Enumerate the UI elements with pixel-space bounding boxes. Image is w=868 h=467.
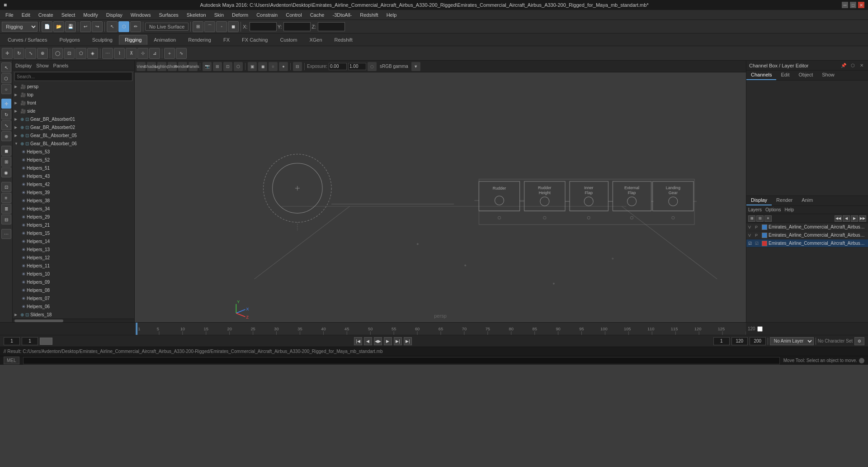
select-tool-button[interactable]: ↖: [107, 21, 118, 32]
channel-tab-edit[interactable]: Edit: [776, 71, 794, 80]
joint-button[interactable]: ◈: [87, 48, 98, 59]
menu-select[interactable]: Select: [58, 11, 79, 19]
outliner-item-h34[interactable]: ✳ Helpers_34: [13, 205, 134, 213]
outliner-item-h39[interactable]: ✳ Helpers_39: [13, 188, 134, 196]
tab-fx-caching[interactable]: FX Caching: [236, 35, 274, 45]
sculpt-button[interactable]: ◉: [1, 167, 11, 177]
redo-button[interactable]: ↪: [92, 21, 103, 32]
exposure-input[interactable]: [329, 63, 347, 70]
rotate-button[interactable]: ↻: [1, 110, 11, 119]
menu-control[interactable]: Control: [282, 11, 305, 19]
layer-fwd-button[interactable]: ▶: [851, 215, 858, 222]
outliner-item-h38[interactable]: ✳ Helpers_38: [13, 196, 134, 205]
menu-skin[interactable]: Skin: [211, 11, 227, 19]
y-input[interactable]: [283, 22, 311, 31]
color-space-settings-button[interactable]: ▼: [411, 62, 420, 71]
outliner-item-persp[interactable]: ▶ 🎥 persp: [13, 82, 134, 91]
viewport-content[interactable]: X Z Y: [135, 72, 746, 322]
scale-button[interactable]: ⤡: [1, 120, 11, 130]
layer-item-1[interactable]: V P Emirates_Airline_Commercial_Aircraft…: [746, 223, 868, 231]
anim-layer-select[interactable]: No Anim Layer: [770, 337, 814, 345]
outliner-item-gear2[interactable]: ▶ ⊕ ⊡ Gear_BR_Absorber02: [13, 123, 134, 131]
lattice-button[interactable]: ⊡: [64, 48, 75, 59]
menu-redshift[interactable]: Redshift: [356, 11, 382, 19]
step-forward-button[interactable]: ▶|: [394, 337, 402, 345]
layer-item-3[interactable]: ☑ ☑ Emirates_Airline_Commercial_Aircraft…: [746, 239, 868, 248]
shading-mode-button[interactable]: ▣: [248, 62, 257, 71]
panel-pin-button[interactable]: 📌: [840, 62, 847, 69]
layer-back-button[interactable]: ◀: [843, 215, 850, 222]
menu-constrain[interactable]: Constrain: [253, 11, 281, 19]
outliner-scrollbar[interactable]: [13, 319, 134, 322]
tab-rigging[interactable]: Rigging: [119, 35, 147, 45]
outliner-display[interactable]: Display: [15, 63, 32, 68]
outliner-item-side[interactable]: ▶ 🎥 side: [13, 107, 134, 115]
menu-help[interactable]: Help: [383, 11, 401, 19]
maximize-button[interactable]: □: [850, 2, 856, 8]
fit-view-button[interactable]: ⊞: [213, 62, 222, 71]
panel-close-button[interactable]: ✕: [858, 62, 865, 69]
menu-cache[interactable]: Cache: [307, 11, 328, 19]
menu-modify[interactable]: Modify: [80, 11, 101, 19]
cluster-button[interactable]: ⬠: [75, 48, 86, 59]
outliner-item-h53[interactable]: ✳ Helpers_53: [13, 148, 134, 156]
play-forward-button[interactable]: ▶: [384, 337, 392, 345]
outliner-item-top[interactable]: ▶ 🎥 top: [13, 91, 134, 99]
menu-windows[interactable]: Windows: [127, 11, 155, 19]
frame-selected-button[interactable]: ⊡: [223, 62, 232, 71]
jump-end-button[interactable]: ▶|: [404, 337, 412, 345]
timeline-track[interactable]: 1 5 10 15 20 25 30 35 40 45 50: [136, 323, 746, 335]
play-back-button[interactable]: ◀▶: [374, 337, 382, 345]
select-button[interactable]: ↖: [1, 62, 11, 72]
universal-manip-button[interactable]: ⊕: [1, 131, 11, 141]
light-toggle-button[interactable]: ○: [269, 62, 278, 71]
range-end-check[interactable]: [757, 326, 763, 332]
fps-input[interactable]: [22, 337, 38, 345]
menu-file[interactable]: File: [2, 11, 17, 19]
outliner-item-h43[interactable]: ✳ Helpers_43: [13, 172, 134, 180]
shadow-toggle-button[interactable]: ●: [279, 62, 288, 71]
vp-menu-panels[interactable]: Panels: [189, 62, 198, 71]
mode-selector[interactable]: Rigging Modeling Animation: [2, 22, 38, 32]
curve-button[interactable]: ∿: [176, 48, 187, 59]
plus-button[interactable]: ＋: [164, 48, 175, 59]
outliner-item-h08[interactable]: ✳ Helpers_08: [13, 286, 134, 294]
jump-start-button[interactable]: |◀: [354, 337, 362, 345]
layers-tab-render[interactable]: Render: [772, 196, 797, 205]
menu-edit[interactable]: Edit: [18, 11, 34, 19]
delete-layer-button[interactable]: ⊟: [756, 215, 764, 222]
snap-to-curve-button[interactable]: ⌒: [204, 21, 215, 32]
camera-select-button[interactable]: 📷: [203, 62, 212, 71]
snap-surf-button[interactable]: ⊟: [1, 214, 11, 224]
undo-button[interactable]: ↩: [80, 21, 91, 32]
color-space-button[interactable]: ◌: [368, 62, 377, 71]
grid-toggle-button[interactable]: ⊟: [293, 62, 302, 71]
outliner-item-h42[interactable]: ✳ Helpers_42: [13, 180, 134, 188]
move-button[interactable]: ✛: [1, 99, 11, 109]
snap-to-grid-button[interactable]: ⊞: [193, 21, 203, 32]
paint-weights-button[interactable]: ⊹: [137, 48, 148, 59]
skin-button[interactable]: ⊼: [126, 48, 137, 59]
menu-create[interactable]: Create: [35, 11, 57, 19]
range-start-input[interactable]: [713, 337, 730, 345]
menu-display[interactable]: Display: [103, 11, 126, 19]
outliner-item-h14[interactable]: ✳ Helpers_14: [13, 237, 134, 245]
snap-to-surface-button[interactable]: ◼: [228, 21, 239, 32]
scale-tool-button[interactable]: ⤡: [25, 48, 36, 59]
step-back-button[interactable]: ◀: [364, 337, 372, 345]
channel-tab-object[interactable]: Object: [794, 71, 817, 80]
layers-tab-anim[interactable]: Anim: [797, 196, 817, 205]
outliner-item-gear3[interactable]: ▶ ⊕ ⊡ Gear_BL_Absorber_05: [13, 131, 134, 139]
channel-tab-show[interactable]: Show: [817, 71, 839, 80]
outliner-item-gear4[interactable]: ▼ ⊕ ⊡ Gear_BL_Absorber_06: [13, 139, 134, 148]
open-file-button[interactable]: 📂: [53, 21, 64, 32]
outliner-item-front[interactable]: ▶ 🎥 front: [13, 99, 134, 107]
z-input[interactable]: [318, 22, 345, 31]
outliner-panels[interactable]: Panels: [53, 63, 69, 68]
outliner-item-h12[interactable]: ✳ Helpers_12: [13, 253, 134, 262]
show-manip-button[interactable]: ⋯: [1, 229, 11, 239]
x-input[interactable]: [250, 22, 277, 31]
snap-to-point-button[interactable]: ◦: [216, 21, 227, 32]
outliner-item-h15[interactable]: ✳ Helpers_15: [13, 229, 134, 237]
menu-surfaces[interactable]: Surfaces: [155, 11, 182, 19]
